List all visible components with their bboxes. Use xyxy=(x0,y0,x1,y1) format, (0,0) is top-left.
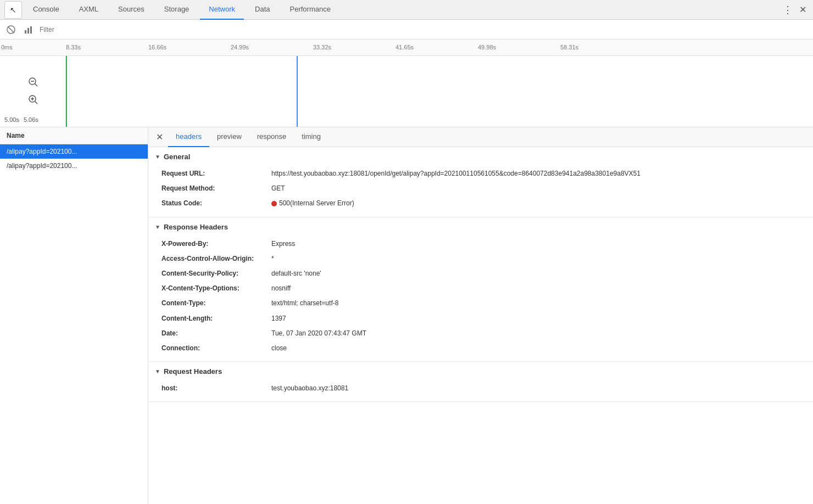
file-list: Name /alipay?appId=202100... /alipay?app… xyxy=(0,127,148,504)
details-panel: ✕ headers preview response timing ▼ Gene… xyxy=(148,127,813,504)
status-code-label: Status Code: xyxy=(162,198,271,209)
timeline-chart[interactable] xyxy=(66,56,813,127)
request-method-label: Request Method: xyxy=(162,183,271,194)
filter-bar xyxy=(0,20,813,40)
svg-rect-4 xyxy=(30,26,32,33)
tab-headers[interactable]: headers xyxy=(168,127,209,147)
tab-timing[interactable]: timing xyxy=(294,127,328,147)
tab-network[interactable]: Network xyxy=(200,0,244,20)
bar-chart-icon[interactable] xyxy=(22,23,35,36)
status-code-value: 500(Internal Server Error) xyxy=(271,198,354,209)
resp-header-label-5: Content-Length: xyxy=(162,313,271,324)
request-headers-section-header[interactable]: ▼ Request Headers xyxy=(148,362,813,381)
tab-axml[interactable]: AXML xyxy=(70,0,107,20)
response-header-row-7: Connection:close xyxy=(162,341,806,356)
response-headers-section-title: Response Headers xyxy=(164,223,228,231)
status-code-row: Status Code: 500(Internal Server Error) xyxy=(162,196,806,211)
detail-content: ▼ General Request URL: https://test.youb… xyxy=(148,147,813,402)
ruler-mark-2499: 24.99s xyxy=(231,44,249,51)
main-area: Name /alipay?appId=202100... /alipay?app… xyxy=(0,127,813,504)
ruler-mark-4165: 41.65s xyxy=(396,44,414,51)
top-controls: ⋮ ✕ xyxy=(781,2,809,18)
svg-line-1 xyxy=(8,26,14,33)
filter-input[interactable] xyxy=(40,26,809,33)
zoom-in-icon[interactable] xyxy=(27,94,38,107)
svg-rect-3 xyxy=(27,28,29,33)
time-start-label: 5.00s xyxy=(4,116,19,123)
resp-header-label-4: Content-Type: xyxy=(162,298,271,309)
tab-response[interactable]: response xyxy=(249,127,294,147)
timeline-ruler: 0ms 8.33s 16.66s 24.99s 33.32s 41.65s 49… xyxy=(0,40,813,56)
timeline-time-labels: 5.00s 5.06s xyxy=(4,116,38,123)
resp-header-label-1: Access-Control-Allow-Origin: xyxy=(162,254,271,264)
cursor-icon: ↖ xyxy=(4,1,22,19)
request-url-value: https://test.youbaobao.xyz:18081/openId/… xyxy=(271,169,641,179)
req-header-value-0: test.youbaobao.xyz:18081 xyxy=(271,383,348,394)
request-headers-section-title: Request Headers xyxy=(164,367,222,376)
tab-sources[interactable]: Sources xyxy=(109,0,153,20)
response-header-row-1: Access-Control-Allow-Origin:* xyxy=(162,251,806,266)
general-section-header[interactable]: ▼ General xyxy=(148,147,813,166)
response-headers-toggle-icon: ▼ xyxy=(155,224,160,230)
time-end-label: 5.06s xyxy=(24,116,38,123)
no-cache-icon[interactable] xyxy=(4,23,18,36)
resp-header-value-5: 1397 xyxy=(271,313,286,324)
request-url-label: Request URL: xyxy=(162,169,271,179)
tab-storage[interactable]: Storage xyxy=(155,0,198,20)
request-headers-section: ▼ Request Headers host:test.youbaobao.xy… xyxy=(148,362,813,402)
ruler-mark-3332: 33.32s xyxy=(313,44,331,51)
response-header-row-4: Content-Type:text/html; charset=utf-8 xyxy=(162,296,806,311)
more-options-button[interactable]: ⋮ xyxy=(781,2,795,18)
request-header-row-0: host:test.youbaobao.xyz:18081 xyxy=(162,381,806,396)
zoom-out-icon[interactable] xyxy=(27,76,38,89)
file-item-0[interactable]: /alipay?appId=202100... xyxy=(0,144,148,159)
top-tab-bar: ↖ Console AXML Sources Storage Network D… xyxy=(0,0,813,20)
response-headers-section-body: X-Powered-By:ExpressAccess-Control-Allow… xyxy=(148,237,813,362)
response-header-row-6: Date:Tue, 07 Jan 2020 07:43:47 GMT xyxy=(162,326,806,341)
general-section: ▼ General Request URL: https://test.youb… xyxy=(148,147,813,217)
tab-data[interactable]: Data xyxy=(246,0,279,20)
resp-header-label-6: Date: xyxy=(162,328,271,339)
resp-header-value-1: * xyxy=(271,254,274,264)
response-headers-section: ▼ Response Headers X-Powered-By:ExpressA… xyxy=(148,217,813,362)
resp-header-value-2: default-src 'none' xyxy=(271,268,321,279)
svg-rect-2 xyxy=(25,30,26,33)
close-detail-button[interactable]: ✕ xyxy=(153,131,166,144)
request-headers-section-body: host:test.youbaobao.xyz:18081 xyxy=(148,381,813,401)
ruler-mark-0ms: 0ms xyxy=(1,44,13,51)
resp-header-value-7: close xyxy=(271,343,287,354)
url-line-1: https://test.youbaobao.xyz:18081/openId/… xyxy=(271,170,529,177)
general-section-title: General xyxy=(164,153,190,161)
resp-header-value-4: text/html; charset=utf-8 xyxy=(271,298,338,309)
resp-header-label-3: X-Content-Type-Options: xyxy=(162,283,271,294)
general-section-body: Request URL: https://test.youbaobao.xyz:… xyxy=(148,166,813,217)
resp-header-value-0: Express xyxy=(271,239,295,249)
response-headers-section-header[interactable]: ▼ Response Headers xyxy=(148,217,813,237)
request-headers-toggle-icon: ▼ xyxy=(155,368,160,374)
response-header-row-0: X-Powered-By:Express xyxy=(162,237,806,251)
tab-performance[interactable]: Performance xyxy=(281,0,339,20)
blue-timeline-marker xyxy=(297,56,298,127)
ruler-mark-833: 8.33s xyxy=(66,44,81,51)
response-header-row-5: Content-Length:1397 xyxy=(162,311,806,326)
svg-line-6 xyxy=(35,84,37,87)
detail-tabs: ✕ headers preview response timing xyxy=(148,127,813,147)
file-list-header: Name xyxy=(0,127,148,144)
timeline-left-panel: 5.00s 5.06s xyxy=(0,56,66,127)
green-timeline-marker xyxy=(66,56,67,127)
resp-header-label-0: X-Powered-By: xyxy=(162,239,271,249)
tab-console[interactable]: Console xyxy=(24,0,68,20)
response-header-row-3: X-Content-Type-Options:nosniff xyxy=(162,281,806,296)
ruler-mark-5831: 58.31s xyxy=(560,44,578,51)
resp-header-label-7: Connection: xyxy=(162,343,271,354)
file-item-1[interactable]: /alipay?appId=202100... xyxy=(0,159,148,173)
ruler-mark-4998: 49.98s xyxy=(478,44,496,51)
timeline-body: 5.00s 5.06s xyxy=(0,56,813,127)
close-devtools-button[interactable]: ✕ xyxy=(797,2,809,17)
tab-preview[interactable]: preview xyxy=(209,127,249,147)
resp-header-value-3: nosniff xyxy=(271,283,291,294)
general-toggle-icon: ▼ xyxy=(155,154,160,160)
request-method-row: Request Method: GET xyxy=(162,181,806,196)
request-url-row: Request URL: https://test.youbaobao.xyz:… xyxy=(162,166,806,181)
timeline-area: 0ms 8.33s 16.66s 24.99s 33.32s 41.65s 49… xyxy=(0,40,813,127)
